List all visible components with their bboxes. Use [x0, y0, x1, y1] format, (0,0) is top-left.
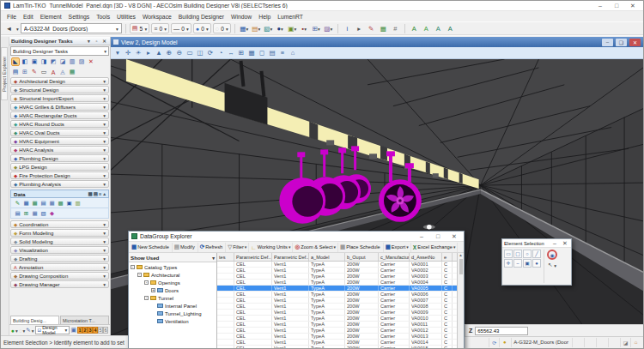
- view-tool-icon[interactable]: ▲: [155, 49, 163, 57]
- task-tool-icon[interactable]: ▣: [30, 57, 39, 66]
- task-section-item[interactable]: ◆ HVAC Oval Ducts: [10, 129, 109, 136]
- task-section-item[interactable]: ◆ Structural Design: [10, 86, 109, 93]
- primary-tool-icon[interactable]: ▪: [299, 23, 310, 34]
- primary-tool-icon[interactable]: ▣: [287, 23, 298, 34]
- table-row[interactable]: CEL Vent1 TypeA 200W Carrier VA0014 C: [217, 340, 457, 346]
- utility-tool-icon[interactable]: #: [390, 23, 401, 34]
- view-tool-icon[interactable]: ⌂: [289, 49, 297, 57]
- data-tool-icon[interactable]: ▦: [31, 199, 39, 207]
- status-icon[interactable]: ●: [499, 338, 509, 347]
- task-tool-icon[interactable]: ▥: [68, 57, 76, 66]
- table-row[interactable]: CEL Vent1 TypeA 200W Carrier VA0015 C: [217, 346, 457, 349]
- z-coordinate-input[interactable]: [475, 327, 528, 335]
- data-tool-icon[interactable]: ▣: [65, 199, 73, 207]
- minimize-button[interactable]: –: [593, 3, 607, 9]
- status-cell[interactable]: [584, 338, 594, 347]
- tree-item[interactable]: Ventilation: [129, 317, 216, 325]
- primary-tool-icon[interactable]: ▨: [323, 23, 334, 34]
- task-section-item[interactable]: ◆ Fire Protection Design: [10, 171, 109, 179]
- tree-expander-icon[interactable]: +: [151, 288, 155, 292]
- column-header[interactable]: e: [442, 253, 453, 261]
- view-tool-icon[interactable]: ▸: [144, 49, 153, 57]
- datagroup-toolbar-button[interactable]: ▦ Place Schedule: [338, 243, 384, 252]
- tree-item[interactable]: + Doors: [129, 286, 216, 294]
- datagroup-toolbar-button[interactable]: X Excel Exchange ▾: [411, 243, 459, 252]
- scroll-thumb[interactable]: [459, 259, 463, 274]
- dialog-titlebar[interactable]: Element Selection – ✕: [502, 239, 571, 248]
- task-section-item[interactable]: ◆ HVAC Equipment: [10, 137, 109, 145]
- data-tool-icon[interactable]: ▦: [31, 209, 39, 217]
- menu-item[interactable]: Utilities: [113, 13, 139, 21]
- menu-item[interactable]: Edit: [20, 13, 37, 21]
- selection-mode-icon[interactable]: ▭: [504, 250, 513, 258]
- status-icon[interactable]: ◪: [620, 338, 630, 347]
- table-row[interactable]: CEL Vent1 TypeA 200W Carrier VA0010 C: [217, 316, 457, 322]
- menu-item[interactable]: Help: [255, 13, 274, 21]
- primary-tool-icon[interactable]: ▦: [239, 23, 250, 34]
- datagroup-toolbar-button[interactable]: ◎ Zoom & Select ▾: [293, 243, 338, 252]
- menu-item[interactable]: Tools: [93, 13, 113, 21]
- column-header[interactable]: Parametric Def...: [272, 253, 309, 261]
- view-tool-icon[interactable]: ☀: [134, 49, 143, 57]
- status-icon[interactable]: ⌂: [630, 338, 641, 347]
- table-row[interactable]: CEL Vent1 TypeA 200W Carrier VA0007 C: [217, 298, 457, 304]
- task-section-item[interactable]: ◆ Coordination: [10, 220, 109, 228]
- element-template-icon[interactable]: ◄: [3, 23, 15, 34]
- task-section-item[interactable]: ◆ Drawing Manager: [10, 280, 109, 288]
- selection-method-icon[interactable]: ◉: [547, 250, 557, 260]
- task-section-item[interactable]: ◆ Plumbing Analysis: [10, 180, 109, 188]
- task-tool-icon[interactable]: ▨: [77, 57, 86, 66]
- tree-item[interactable]: - Tunnel: [129, 294, 216, 302]
- dialog-minimize-button[interactable]: –: [415, 233, 428, 239]
- attribute-spinner[interactable]: ◌0: [213, 23, 231, 33]
- task-tool-icon[interactable]: ⊞: [21, 68, 29, 76]
- utility-tool-icon[interactable]: ▦: [378, 23, 389, 34]
- maximize-button[interactable]: □: [610, 3, 623, 9]
- collapse-icon[interactable]: ▴: [103, 191, 106, 196]
- primary-tool-icon[interactable]: ●: [275, 23, 286, 34]
- task-tool-icon[interactable]: ◣: [11, 57, 20, 66]
- menu-item[interactable]: LumenRT: [274, 13, 307, 21]
- datagroup-toolbar-button[interactable]: ▦ New Schedule: [130, 243, 173, 252]
- active-level-indicator[interactable]: A-G322-M_Doors (Door: [511, 338, 570, 347]
- view-tool-icon[interactable]: ⊞: [237, 49, 246, 57]
- task-section-item[interactable]: A Annotation: [10, 263, 109, 271]
- status-icon[interactable]: ⟳: [489, 338, 499, 347]
- column-header[interactable]: a_Model: [309, 253, 345, 261]
- model-bar-button[interactable]: ◌: [19, 327, 26, 334]
- dropdown-caret-icon[interactable]: [554, 262, 556, 268]
- table-row[interactable]: CEL Vent1 TypeA 200W Carrier VA0003 C: [217, 274, 457, 280]
- task-section-item[interactable]: ◆ LPG Design: [10, 163, 109, 171]
- pin-icon[interactable]: ▫: [93, 39, 100, 44]
- task-tool-icon[interactable]: ▦: [68, 68, 76, 76]
- view-tool-icon[interactable]: ↔: [227, 49, 235, 57]
- attribute-spinner[interactable]: ≡0: [151, 23, 169, 33]
- primary-tool-icon[interactable]: ▤: [251, 23, 262, 34]
- model-bar-button[interactable]: ●: [11, 327, 18, 334]
- data-tool-icon[interactable]: ✎: [14, 199, 21, 207]
- table-row[interactable]: CEL Vent1 TypeA 200W Carrier VA0001 C: [217, 262, 457, 268]
- view-tool-icon[interactable]: ⟳: [206, 49, 215, 57]
- data-tool-icon[interactable]: ▩: [57, 199, 64, 207]
- data-tool-icon[interactable]: ▦: [22, 199, 30, 207]
- task-section-item[interactable]: ◆ HVAC Round Ducts: [10, 120, 109, 128]
- tree-item[interactable]: Internal Panel: [129, 302, 216, 310]
- tree-item[interactable]: - Catalog Types: [129, 263, 216, 271]
- selection-mode-icon[interactable]: ▣: [523, 259, 532, 268]
- selection-mode-icon[interactable]: ●: [532, 259, 541, 268]
- layout-toggle-icon[interactable]: ▦: [88, 191, 93, 196]
- annotation-tool-icon[interactable]: A: [421, 23, 432, 34]
- datagroup-toolbar-button[interactable]: ⟳ Refresh: [198, 243, 226, 252]
- view-toggle[interactable]: 6: [103, 327, 108, 334]
- task-tool-icon[interactable]: ◪: [58, 57, 67, 66]
- panel-tab[interactable]: Microstation T...: [60, 316, 109, 324]
- view-tool-icon[interactable]: ⊖: [175, 49, 184, 57]
- view-groups-icon[interactable]: ▣: [70, 327, 76, 334]
- view-tool-icon[interactable]: ▭: [185, 49, 194, 57]
- table-row[interactable]: CEL Vent1 TypeA 200W Carrier VA0013 C: [217, 334, 457, 340]
- selection-mode-icon[interactable]: −: [513, 259, 522, 268]
- view-tool-icon[interactable]: ≡: [278, 49, 287, 57]
- task-tool-icon[interactable]: ✕: [87, 57, 95, 66]
- task-section-item[interactable]: ◆ Visualization: [10, 246, 109, 254]
- task-section-item[interactable]: ◆ Drawing Composition: [10, 272, 109, 280]
